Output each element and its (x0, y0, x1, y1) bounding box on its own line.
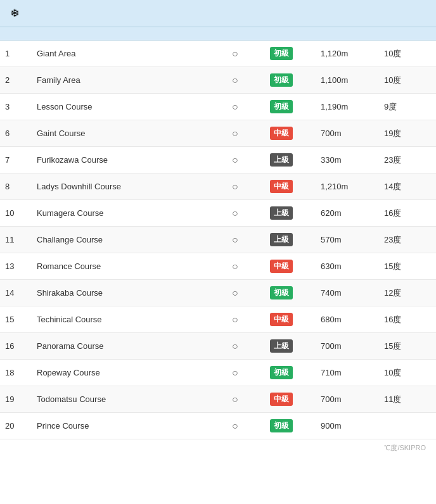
table-row: 13 Romance Course ○ 中級 630m 15度 (0, 253, 436, 280)
cell-sb: ○ (227, 128, 265, 139)
cell-max-distance: 620m (316, 208, 379, 218)
cell-avg-slope: 11度 (379, 394, 436, 405)
cell-avg-slope: 10度 (379, 367, 436, 379)
cell-max-distance: 1,120m (316, 49, 379, 58)
sb-circle-icon: ○ (232, 154, 238, 165)
difficulty-badge: 初級 (270, 100, 293, 113)
cell-sb: ○ (227, 181, 265, 192)
cell-max-distance: 330m (316, 155, 379, 165)
cell-no: 7 (0, 155, 32, 165)
sb-circle-icon: ○ (232, 101, 238, 112)
cell-sb: ○ (227, 420, 265, 432)
table-row: 16 Panorama Course ○ 上級 700m 15度 (0, 333, 436, 360)
sb-circle-icon: ○ (232, 261, 238, 272)
cell-max-distance: 1,190m (316, 102, 379, 111)
cell-max-distance: 700m (316, 129, 379, 138)
cell-avg-slope: 23度 (379, 234, 436, 246)
cell-sb: ○ (227, 367, 265, 379)
cell-no: 14 (0, 288, 32, 298)
cell-avg-slope: 16度 (379, 314, 436, 325)
cell-avg-slope: 9度 (379, 101, 436, 113)
cell-difficulty: 中級 (265, 393, 316, 406)
cell-avg-slope: 23度 (379, 154, 436, 166)
snowflake-icon: ❄ (10, 6, 20, 20)
cell-name: Family Area (32, 75, 227, 85)
table-row: 6 Gaint Course ○ 中級 700m 19度 (0, 120, 436, 147)
difficulty-badge: 初級 (270, 419, 293, 432)
table-row: 19 Todomatsu Course ○ 中級 700m 11度 (0, 386, 436, 413)
cell-name: Gaint Course (32, 129, 227, 138)
cell-name: Ladys Downhill Course (32, 182, 227, 191)
cell-no: 11 (0, 235, 32, 244)
difficulty-badge: 初級 (270, 47, 293, 60)
cell-no: 2 (0, 75, 32, 85)
difficulty-badge: 上級 (270, 153, 293, 167)
cell-difficulty: 中級 (265, 180, 316, 193)
cell-max-distance: 700m (316, 394, 379, 404)
table-row: 8 Ladys Downhill Course ○ 中級 1,210m 14度 (0, 173, 436, 200)
cell-difficulty: 初級 (265, 47, 316, 60)
difficulty-badge: 上級 (270, 233, 293, 246)
cell-max-distance: 900m (316, 421, 379, 431)
difficulty-badge: 上級 (270, 339, 293, 353)
cell-no: 10 (0, 208, 32, 218)
cell-name: Prince Course (32, 421, 227, 431)
difficulty-badge: 中級 (270, 313, 293, 326)
cell-sb: ○ (227, 75, 265, 86)
cell-difficulty: 上級 (265, 339, 316, 353)
cell-difficulty: 初級 (265, 286, 316, 299)
difficulty-badge: 中級 (270, 393, 293, 406)
sb-circle-icon: ○ (232, 394, 238, 405)
cell-difficulty: 中級 (265, 127, 316, 140)
cell-name: Giant Area (32, 49, 227, 58)
table-row: 3 Lesson Course ○ 初級 1,190m 9度 (0, 94, 436, 120)
cell-name: Furikozawa Course (32, 155, 227, 165)
cell-no: 6 (0, 129, 32, 138)
sb-circle-icon: ○ (232, 420, 238, 431)
cell-name: Lesson Course (32, 102, 227, 111)
table-row: 1 Giant Area ○ 初級 1,120m 10度 (0, 41, 436, 67)
cell-name: Todomatsu Course (32, 394, 227, 404)
sb-circle-icon: ○ (232, 287, 238, 298)
cell-max-distance: 1,210m (316, 182, 379, 191)
cell-avg-slope: 14度 (379, 181, 436, 192)
sb-circle-icon: ○ (232, 128, 238, 139)
cell-sb: ○ (227, 287, 265, 299)
sb-circle-icon: ○ (232, 75, 238, 85)
cell-max-distance: 680m (316, 315, 379, 324)
cell-no: 15 (0, 315, 32, 324)
cell-difficulty: 中級 (265, 313, 316, 326)
cell-no: 20 (0, 421, 32, 431)
cell-difficulty: 中級 (265, 260, 316, 273)
cell-difficulty: 初級 (265, 366, 316, 379)
cell-sb: ○ (227, 154, 265, 166)
sb-circle-icon: ○ (232, 341, 238, 351)
watermark: ℃度/SKIPRO (0, 439, 436, 457)
cell-name: Challange Course (32, 235, 227, 244)
cell-avg-slope: 10度 (379, 48, 436, 60)
cell-avg-slope: 15度 (379, 341, 436, 352)
cell-avg-slope: 12度 (379, 287, 436, 299)
cell-max-distance: 630m (316, 261, 379, 271)
difficulty-badge: 初級 (270, 286, 293, 299)
sb-circle-icon: ○ (232, 208, 238, 218)
sb-circle-icon: ○ (232, 181, 238, 192)
cell-max-distance: 710m (316, 368, 379, 377)
difficulty-badge: 上級 (270, 206, 293, 220)
difficulty-badge: 中級 (270, 127, 293, 140)
cell-name: Kumagera Course (32, 208, 227, 218)
difficulty-badge: 初級 (270, 73, 293, 87)
cell-avg-slope: 10度 (379, 75, 436, 86)
cell-difficulty: 初級 (265, 419, 316, 432)
section-header: ❄ (0, 0, 436, 27)
table-row: 2 Family Area ○ 初級 1,100m 10度 (0, 67, 436, 94)
table-row: 15 Techinical Course ○ 中級 680m 16度 (0, 306, 436, 333)
cell-sb: ○ (227, 48, 265, 60)
table-row: 7 Furikozawa Course ○ 上級 330m 23度 (0, 147, 436, 173)
cell-sb: ○ (227, 208, 265, 219)
cell-name: Romance Course (32, 261, 227, 271)
cell-sb: ○ (227, 234, 265, 246)
table-column-headers (0, 27, 436, 41)
cell-no: 1 (0, 49, 32, 58)
cell-sb: ○ (227, 261, 265, 272)
